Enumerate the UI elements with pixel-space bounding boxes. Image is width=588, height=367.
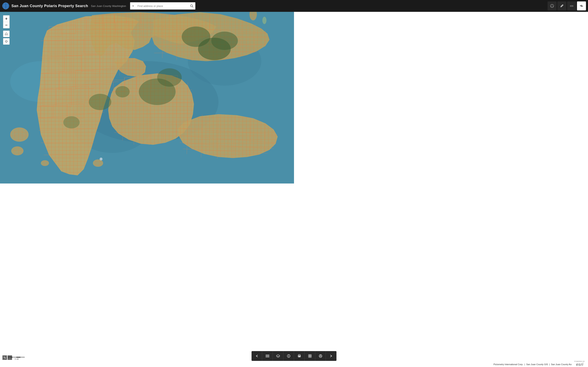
navigation-buttons: [3, 31, 9, 45]
zoom-controls: + −: [3, 15, 9, 28]
svg-point-119: [41, 160, 49, 166]
zoom-in-button[interactable]: +: [3, 15, 9, 22]
svg-point-132: [211, 32, 238, 50]
svg-point-129: [115, 86, 130, 98]
svg-point-127: [89, 94, 111, 110]
svg-point-128: [63, 116, 80, 128]
app-subtitle: San Juan County Washington: [91, 4, 126, 8]
svg-point-153: [6, 41, 7, 42]
locate-button[interactable]: [3, 38, 9, 45]
search-area: [130, 2, 195, 9]
search-button[interactable]: [188, 2, 195, 9]
svg-point-121: [93, 159, 103, 167]
header: San Juan County Polaris Property Search …: [0, 0, 294, 12]
svg-point-134: [157, 68, 182, 87]
globe-icon: [2, 2, 9, 9]
search-input[interactable]: [136, 2, 188, 9]
zoom-out-button[interactable]: −: [3, 22, 9, 28]
app-title: San Juan County Polaris Property Search: [11, 4, 88, 8]
map-svg: [0, 0, 294, 184]
map-container[interactable]: [0, 0, 294, 184]
svg-point-124: [262, 17, 267, 24]
home-button[interactable]: [3, 31, 9, 37]
search-dropdown-button[interactable]: [130, 2, 136, 9]
svg-point-117: [11, 146, 24, 155]
svg-point-126: [100, 158, 102, 160]
svg-point-140: [190, 5, 192, 7]
svg-line-141: [192, 7, 193, 7]
